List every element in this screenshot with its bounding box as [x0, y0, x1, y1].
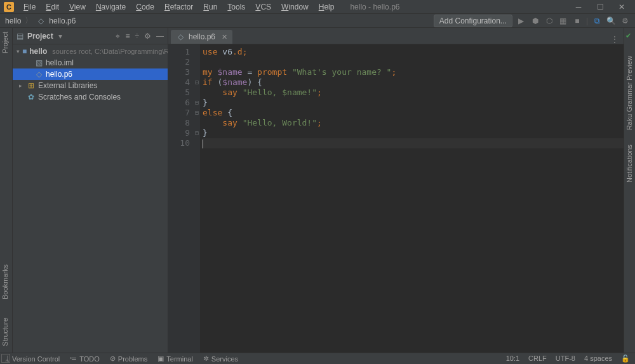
breadcrumb-root[interactable]: hello — [5, 16, 21, 25]
debug-icon[interactable]: ⬢ — [530, 16, 540, 26]
tab-grammar-preview[interactable]: Raku Grammar Preview — [624, 53, 634, 133]
menu-tools[interactable]: Tools — [223, 1, 250, 13]
navigation-bar: hello 〉 ◇ hello.p6 Add Configuration... … — [0, 14, 635, 28]
file-icon: ▧ — [34, 58, 43, 67]
editor-tab-options-icon[interactable]: ⋮ — [611, 35, 624, 44]
left-tool-strip: Project Bookmarks Structure — [0, 28, 13, 353]
status-encoding[interactable]: UTF-8 — [556, 354, 575, 363]
tab-structure[interactable]: Structure — [0, 315, 10, 349]
updates-icon[interactable]: ⧉ — [592, 16, 602, 26]
main-menu: File Edit View Navigate Code Refactor Ru… — [19, 1, 338, 13]
tab-problems[interactable]: ⊘Problems — [110, 354, 147, 363]
coverage-icon[interactable]: ⬡ — [544, 16, 554, 26]
warning-icon: ⊘ — [110, 354, 116, 363]
run-icon[interactable]: ▶ — [516, 16, 526, 26]
editor-tab-bar: ◇ hello.p6 ✕ ⋮ — [168, 28, 624, 44]
search-everywhere-icon[interactable]: 🔍 — [606, 16, 616, 26]
tree-root-hint: sources root, C:\Data\Programming\Raku\h… — [52, 48, 168, 55]
menu-run[interactable]: Run — [199, 1, 222, 13]
library-icon: ⊞ — [27, 81, 36, 90]
services-icon: ✲ — [203, 354, 209, 363]
tree-root-label: hello — [29, 47, 47, 56]
folder-icon: ■ — [22, 47, 27, 56]
editor-area: ◇ hello.p6 ✕ ⋮ 12345678910 ⊟⊟⊟⊟ use v6.d… — [168, 28, 624, 353]
minimize-button[interactable]: ─ — [569, 1, 588, 13]
chevron-down-icon[interactable]: ▾ — [17, 48, 20, 55]
chevron-right-icon: 〉 — [25, 15, 32, 26]
gear-icon[interactable]: ⚙ — [144, 32, 151, 41]
app-logo-icon: C — [4, 2, 14, 12]
maximize-button[interactable]: ☐ — [591, 1, 610, 13]
code-editor[interactable]: 12345678910 ⊟⊟⊟⊟ use v6.d;my $name = pro… — [168, 44, 624, 353]
sidebar-header: ▤ Project ▾ ⌖ ≡ ÷ ⚙ — — [13, 28, 168, 44]
raku-file-icon: ◇ — [176, 32, 185, 41]
status-indent[interactable]: 4 spaces — [584, 354, 612, 363]
raku-file-icon: ◇ — [34, 70, 43, 79]
terminal-icon: ▣ — [157, 354, 164, 363]
scratches-icon: ✿ — [27, 93, 36, 101]
inspection-ok-icon[interactable]: ✔ — [625, 32, 631, 40]
tab-notifications[interactable]: Notifications — [624, 142, 634, 185]
breadcrumb-file[interactable]: hello.p6 — [49, 16, 76, 25]
tree-item-label: Scratches and Consoles — [38, 93, 121, 101]
sidebar-title[interactable]: Project — [27, 32, 53, 41]
readonly-lock-icon[interactable]: 🔓 — [621, 354, 630, 363]
todo-icon: ≔ — [70, 354, 77, 363]
menu-vcs[interactable]: VCS — [251, 1, 276, 13]
tree-root[interactable]: ▾ ■ hello sources root, C:\Data\Programm… — [13, 46, 168, 57]
fold-gutter[interactable]: ⊟⊟⊟⊟ — [194, 44, 200, 353]
menu-edit[interactable]: Edit — [41, 1, 64, 13]
hide-icon[interactable]: — — [156, 32, 164, 41]
raku-file-icon: ◇ — [36, 16, 45, 25]
right-tool-strip: ✔ Raku Grammar Preview Notifications — [624, 28, 635, 353]
status-cursor-position[interactable]: 10:1 — [506, 354, 519, 363]
profile-icon[interactable]: ▦ — [558, 16, 568, 26]
menu-code[interactable]: Code — [131, 1, 159, 13]
tab-terminal[interactable]: ▣Terminal — [157, 354, 193, 363]
menu-navigate[interactable]: Navigate — [91, 1, 130, 13]
code-content[interactable]: use v6.d;my $name = prompt "What's your … — [200, 44, 624, 353]
window-title: hello - hello.p6 — [350, 3, 569, 11]
bottom-tool-bar: ᛦVersion Control ≔TODO ⊘Problems ▣Termin… — [0, 353, 635, 364]
status-line-separator[interactable]: CRLF — [528, 354, 547, 363]
menu-refactor[interactable]: Refactor — [160, 1, 197, 13]
menu-view[interactable]: View — [65, 1, 90, 13]
expand-all-icon[interactable]: ≡ — [125, 32, 130, 41]
tab-todo[interactable]: ≔TODO — [70, 354, 100, 363]
title-bar: C File Edit View Navigate Code Refactor … — [0, 0, 635, 14]
tree-scratches[interactable]: ✿ Scratches and Consoles — [13, 91, 168, 103]
tab-project[interactable]: Project — [0, 29, 10, 56]
project-view-icon: ▤ — [17, 32, 23, 41]
collapse-all-icon[interactable]: ÷ — [135, 32, 139, 41]
project-tree[interactable]: ▾ ■ hello sources root, C:\Data\Programm… — [13, 44, 168, 104]
tree-item-label: External Libraries — [38, 81, 97, 90]
tree-item-label: hello.p6 — [46, 70, 72, 79]
menu-window[interactable]: Window — [277, 1, 313, 13]
editor-tab-label: hello.p6 — [189, 32, 215, 41]
line-number-gutter[interactable]: 12345678910 — [168, 44, 194, 353]
close-tab-icon[interactable]: ✕ — [222, 33, 227, 41]
tree-item-iml[interactable]: ▧ hello.iml — [13, 57, 168, 68]
stop-icon[interactable]: ■ — [572, 16, 582, 26]
tree-item-hello-p6[interactable]: ◇ hello.p6 — [13, 68, 168, 80]
select-opened-icon[interactable]: ⌖ — [116, 32, 120, 41]
tab-version-control[interactable]: ᛦVersion Control — [5, 355, 60, 363]
tool-window-quick-access-icon[interactable] — [1, 354, 10, 363]
close-button[interactable]: ✕ — [612, 1, 631, 13]
project-sidebar: ▤ Project ▾ ⌖ ≡ ÷ ⚙ — ▾ ■ hello sources … — [13, 28, 168, 353]
tab-services[interactable]: ✲Services — [203, 354, 238, 363]
menu-file[interactable]: File — [19, 1, 40, 13]
add-configuration-button[interactable]: Add Configuration... — [434, 15, 512, 27]
tab-bookmarks[interactable]: Bookmarks — [0, 262, 10, 302]
menu-help[interactable]: Help — [314, 1, 339, 13]
settings-icon[interactable]: ⚙ — [620, 16, 630, 26]
editor-tab-hello-p6[interactable]: ◇ hello.p6 ✕ — [171, 30, 232, 44]
chevron-right-icon[interactable]: ▸ — [17, 82, 24, 89]
tree-external-libs[interactable]: ▸ ⊞ External Libraries — [13, 80, 168, 91]
chevron-down-icon[interactable]: ▾ — [58, 32, 62, 41]
tree-item-label: hello.iml — [46, 58, 74, 67]
